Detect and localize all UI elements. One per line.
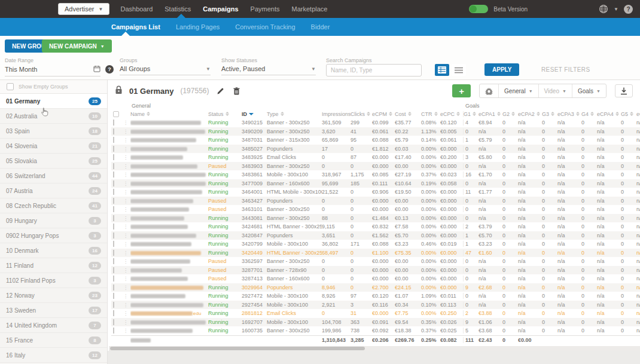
col-header-cost[interactable]: Cost — [395, 111, 421, 117]
col-header-ecpa1[interactable]: eCPA1 — [479, 111, 502, 117]
new-campaign-button[interactable]: NEW CAMPAIGN ▼ — [42, 39, 112, 53]
row-checkbox[interactable] — [113, 189, 114, 195]
campaign-row[interactable]: ⋮Running1692707Mobile - 300x100104,70836… — [111, 318, 640, 327]
beta-toggle[interactable] — [469, 5, 488, 13]
row-menu-icon[interactable]: ⋮ — [123, 189, 128, 195]
row-menu-icon[interactable]: ⋮ — [123, 164, 128, 169]
sidebar-group-13-sweden[interactable]: 13 Sweden17 — [0, 303, 107, 318]
sidebar-group-09-hungary[interactable]: 09 Hungary3 — [0, 213, 107, 228]
edit-group-button[interactable] — [215, 86, 225, 96]
sidebar-group-15-france[interactable]: 15 France8 — [0, 333, 107, 348]
row-menu-icon[interactable]: ⋮ — [123, 155, 128, 160]
show-empty-groups-checkbox[interactable] — [7, 83, 14, 90]
row-checkbox[interactable] — [113, 163, 114, 169]
row-checkbox[interactable] — [113, 224, 114, 230]
campaign-row[interactable]: ⋮Running3485027Popunders170€1.812€0.030.… — [111, 145, 640, 154]
sidebar-group-02-australia[interactable]: 02 Australia10 — [0, 109, 107, 124]
tab-bidder[interactable]: Bidder — [311, 23, 330, 30]
sidebar-group-14-united-kingdom[interactable]: 14 United Kingdom7 — [0, 318, 107, 333]
row-checkbox[interactable] — [113, 215, 114, 221]
advertiser-dropdown[interactable]: Advertiser ▼ — [58, 3, 109, 15]
row-checkbox[interactable] — [113, 276, 114, 282]
row-menu-icon[interactable]: ⋮ — [123, 328, 128, 334]
sidebar-group-11-finland[interactable]: 11 Finland12 — [0, 258, 107, 273]
search-input[interactable] — [326, 64, 422, 77]
scrollbar-thumb[interactable] — [110, 347, 365, 350]
sidebar-group-12-norway[interactable]: 12 Norway23 — [0, 288, 107, 303]
row-checkbox[interactable] — [113, 137, 114, 143]
tab-campaigns-list[interactable]: Campaigns List — [111, 23, 160, 30]
campaign-row[interactable]: ⋮Running1600735Banner - 300x250199,98673… — [111, 326, 640, 335]
export-button[interactable] — [615, 84, 633, 97]
horizontal-scrollbar[interactable] — [109, 346, 640, 351]
sidebar-group-03-spain[interactable]: 03 Spain18 — [0, 124, 107, 139]
campaign-row[interactable]: ⋮Running3443081Banner - 300x250880€1.484… — [111, 214, 640, 223]
sidebar-group-06-switzerland[interactable]: 06 Switzerland44 — [0, 169, 107, 183]
campaign-row[interactable]: ⋮Running3464001HTML Mobile - 300x10021,5… — [111, 188, 640, 197]
campaign-row[interactable]: ⋮Paused3287701Banner - 728x9000€0.000€0.… — [111, 266, 640, 275]
row-menu-icon[interactable]: ⋮ — [123, 137, 128, 143]
date-help-icon[interactable]: ? — [105, 65, 114, 74]
col-header-ecpa3[interactable]: eCPA3 — [557, 111, 581, 117]
col-header-id[interactable]: ID — [242, 111, 267, 117]
campaign-row[interactable]: ⋮Running3483861Mobile - 300x100318,9671,… — [111, 170, 640, 179]
select-all-checkbox[interactable] — [113, 111, 119, 117]
campaign-row[interactable]: ⋮Paused3287413Banner - 160x60000€0.000€0… — [111, 274, 640, 283]
view-video-tab[interactable]: Video▼ — [538, 84, 572, 97]
row-menu-icon[interactable]: ⋮ — [123, 276, 128, 282]
campaign-row[interactable]: ⋮Running2927454Mobile - 300x1002,9213€0.… — [111, 301, 640, 310]
campaign-row[interactable]: ⋮Paused3463427Popunders00€0.000€0.000.00… — [111, 197, 640, 206]
row-checkbox[interactable] — [113, 258, 114, 264]
view-general-tab[interactable]: General▼ — [498, 84, 538, 97]
row-checkbox[interactable] — [113, 293, 114, 299]
sidebar-group-04-slovenia[interactable]: 04 Slovenia21 — [0, 139, 107, 154]
col-header-impressions[interactable]: Impressions — [322, 111, 351, 117]
row-menu-icon[interactable]: ⋮ — [123, 129, 128, 134]
row-menu-icon[interactable]: ⋮ — [123, 181, 128, 186]
col-header-name[interactable]: Name — [130, 111, 208, 117]
row-checkbox[interactable] — [113, 154, 114, 160]
row-checkbox[interactable] — [113, 129, 114, 134]
tab-landing-pages[interactable]: Landing Pages — [176, 23, 220, 30]
campaign-row[interactable]: ⋮Running3424681HTML Banner - 300x2509,11… — [111, 222, 640, 231]
campaign-row[interactable]: ⋮Running3487031Banner - 315x30065,86995€… — [111, 136, 640, 145]
row-menu-icon[interactable]: ⋮ — [123, 198, 128, 204]
row-checkbox[interactable] — [113, 302, 114, 308]
row-checkbox[interactable] — [113, 319, 114, 325]
table-view-toggle[interactable] — [435, 64, 449, 76]
sidebar-group-01-germany[interactable]: 01 Germany25 — [0, 94, 107, 109]
tab-conversion-tracking[interactable]: Conversion Tracking — [235, 23, 295, 30]
row-menu-icon[interactable]: ⋮ — [123, 172, 128, 178]
statuses-select[interactable]: Active, Paused ▼ — [221, 65, 316, 75]
col-header-status[interactable]: Status — [208, 111, 242, 117]
campaign-row[interactable]: ⋮Running3420449HTML Banner - 300x25068,4… — [111, 249, 640, 258]
row-menu-icon[interactable]: ⋮ — [123, 224, 128, 230]
row-checkbox[interactable] — [113, 267, 114, 273]
chevron-down-icon[interactable]: ▼ — [614, 7, 618, 12]
globe-icon[interactable] — [599, 4, 608, 14]
row-checkbox[interactable] — [113, 233, 114, 238]
nav-item-statistics[interactable]: Statistics — [164, 5, 191, 13]
row-menu-icon[interactable]: ⋮ — [123, 207, 128, 212]
row-menu-icon[interactable]: ⋮ — [123, 302, 128, 308]
reset-filters-link[interactable]: RESET FILTERS — [541, 66, 590, 73]
row-checkbox[interactable] — [113, 285, 114, 290]
row-checkbox[interactable] — [113, 146, 114, 152]
sidebar-group-0902-hungary-pops[interactable]: 0902 Hungary Pops3 — [0, 228, 107, 243]
row-menu-icon[interactable]: ⋮ — [123, 241, 128, 247]
view-goals-tab[interactable]: Goals▼ — [572, 84, 606, 97]
col-header-ecpm[interactable]: eCPM — [372, 111, 395, 117]
sidebar-group-16-italy[interactable]: 16 Italy12 — [0, 348, 107, 363]
sidebar-group-07-austria[interactable]: 07 Austria24 — [0, 183, 107, 198]
col-header-g1[interactable]: G1 — [463, 111, 479, 117]
row-menu-icon[interactable]: ⋮ — [123, 216, 128, 221]
row-menu-icon[interactable]: ⋮ — [123, 320, 128, 325]
nav-item-campaigns[interactable]: Campaigns — [203, 5, 238, 13]
help-icon[interactable]: ? — [624, 5, 633, 14]
row-menu-icon[interactable]: ⋮ — [123, 259, 128, 264]
date-range-picker[interactable]: This Month — [5, 65, 100, 77]
campaign-row[interactable]: ⋮Running3420847Popunders3,6510€1.562€5.7… — [111, 231, 640, 240]
campaign-row[interactable]: ⋮Running3490215Banner - 300x250361,50929… — [111, 118, 640, 127]
row-checkbox[interactable] — [113, 181, 114, 186]
nav-item-payments[interactable]: Payments — [251, 5, 280, 13]
